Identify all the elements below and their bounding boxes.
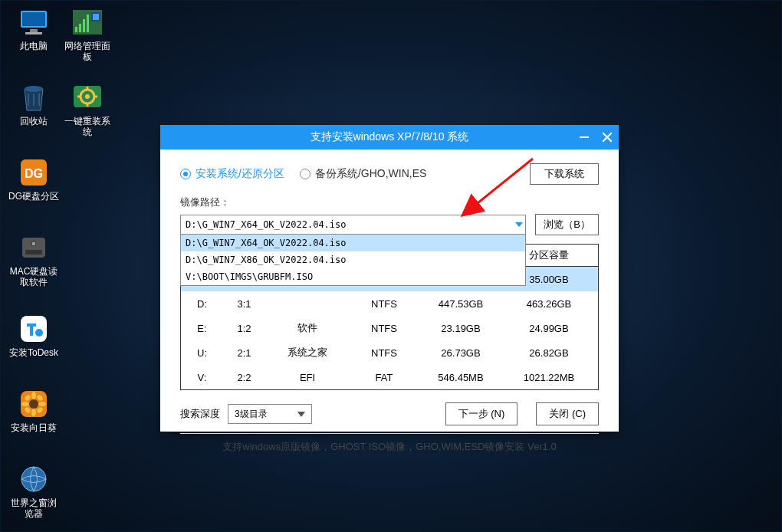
- cell-drive: V:: [181, 372, 223, 383]
- svg-point-22: [31, 241, 36, 246]
- svg-point-14: [85, 94, 90, 99]
- icon-label: 网络管理面板: [61, 41, 114, 63]
- svg-rect-23: [25, 250, 42, 255]
- dropdown-item[interactable]: D:\G_WIN7_X64_OK_V2022.04.iso: [181, 235, 525, 251]
- cell-free: 447.53GB: [419, 298, 503, 310]
- icon-label: 此电脑: [7, 41, 61, 51]
- search-depth-label: 搜索深度: [180, 407, 220, 421]
- image-path-dropdown: D:\G_WIN7_X64_OK_V2022.04.iso D:\G_WIN7_…: [180, 235, 526, 286]
- disk-icon: [17, 232, 51, 263]
- svg-point-25: [35, 329, 43, 337]
- image-path-input[interactable]: [180, 215, 526, 235]
- svg-rect-7: [83, 19, 85, 32]
- dialog-footer: 支持windows原版镜像，GHOST ISO镜像，GHO,WIM,ESD镜像安…: [180, 433, 599, 454]
- desktop-icon-recycle-bin[interactable]: 回收站: [7, 82, 61, 126]
- chevron-down-icon[interactable]: [515, 222, 523, 227]
- cell-num: 2:1: [223, 347, 265, 359]
- cell-fmt: NTFS: [350, 298, 419, 310]
- globe-icon: [17, 464, 51, 494]
- image-path-combo[interactable]: D:\G_WIN7_X64_OK_V2022.04.iso D:\G_WIN7_…: [180, 215, 526, 235]
- svg-rect-10: [93, 14, 99, 20]
- svg-point-11: [25, 86, 43, 92]
- close-dialog-button[interactable]: 关闭 (C): [536, 402, 599, 425]
- cell-total: 26.82GB: [503, 347, 595, 359]
- cell-free: 546.45MB: [419, 372, 503, 383]
- todesk-icon: [17, 314, 51, 344]
- icon-label: 回收站: [7, 116, 61, 126]
- icon-label: 一键重装系统: [61, 116, 114, 138]
- close-icon: [603, 133, 612, 142]
- dropdown-item[interactable]: D:\G_WIN7_X86_OK_V2022.04.iso: [181, 251, 525, 268]
- desktop-icon-browser[interactable]: 世界之窗浏览器: [7, 464, 61, 520]
- table-row[interactable]: U:2:1系统之家NTFS26.73GB26.82GB: [181, 340, 598, 365]
- next-button[interactable]: 下一步 (N): [445, 402, 518, 425]
- close-button[interactable]: [596, 125, 619, 149]
- radio-icon: [180, 169, 191, 179]
- chevron-down-icon: [297, 412, 305, 417]
- cell-total: 1021.22MB: [503, 372, 595, 383]
- svg-text:DG: DG: [25, 167, 43, 180]
- svg-rect-2: [30, 29, 38, 32]
- search-depth-select[interactable]: 3级目录: [228, 404, 312, 424]
- cell-free: 23.19GB: [419, 323, 503, 334]
- cell-total: 463.26GB: [503, 298, 595, 310]
- svg-rect-3: [25, 32, 42, 34]
- browse-button[interactable]: 浏览（B）: [535, 214, 599, 235]
- svg-point-29: [31, 409, 36, 416]
- titlebar[interactable]: 支持安装windows XP/7/8/10 系统: [160, 125, 619, 149]
- svg-rect-24: [21, 316, 47, 342]
- svg-point-28: [31, 392, 36, 399]
- table-row[interactable]: V:2:2EFIFAT546.45MB1021.22MB: [181, 365, 598, 389]
- desktop-icon-reinstall[interactable]: 一键重装系统: [61, 82, 114, 138]
- svg-rect-6: [79, 24, 81, 32]
- cell-num: 2:2: [223, 372, 265, 383]
- download-system-button[interactable]: 下载系统: [530, 163, 599, 185]
- desktop-icon-sunflower[interactable]: 安装向日葵: [7, 389, 61, 433]
- cell-total: 24.99GB: [503, 323, 595, 334]
- install-dialog: 支持安装windows XP/7/8/10 系统 安装系统/还原分区 备份系统/…: [160, 125, 619, 432]
- cell-free: 26.73GB: [419, 347, 503, 359]
- svg-point-30: [21, 402, 29, 406]
- desktop-icon-this-pc[interactable]: 此电脑: [7, 7, 61, 51]
- table-row[interactable]: E:1:2软件NTFS23.19GB24.99GB: [181, 316, 598, 340]
- cell-drive: E:: [181, 323, 223, 334]
- gear-install-icon: [71, 82, 104, 113]
- dialog-title: 支持安装windows XP/7/8/10 系统: [310, 130, 469, 144]
- cell-drive: D:: [181, 298, 223, 310]
- network-icon: [71, 7, 104, 38]
- image-path-label: 镜像路径：: [180, 195, 599, 209]
- cell-fmt: NTFS: [350, 323, 419, 334]
- svg-point-27: [29, 399, 38, 409]
- icon-label: 世界之窗浏览器: [7, 498, 61, 520]
- monitor-icon: [17, 7, 51, 38]
- svg-rect-21: [22, 238, 45, 258]
- icon-label: 安装向日葵: [7, 422, 61, 433]
- radio-label: 备份系统/GHO,WIN,ES: [315, 167, 426, 181]
- desktop-icon-network-panel[interactable]: 网络管理面板: [61, 7, 114, 63]
- icon-label: 安装ToDesk: [7, 347, 61, 358]
- desktop-icon-todesk[interactable]: 安装ToDesk: [7, 314, 61, 358]
- cell-num: 3:1: [223, 298, 265, 310]
- svg-rect-5: [75, 27, 77, 32]
- svg-point-31: [38, 402, 46, 406]
- dropdown-item[interactable]: V:\BOOT\IMGS\GRUBFM.ISO: [181, 268, 525, 285]
- radio-label: 安装系统/还原分区: [196, 167, 284, 181]
- table-row[interactable]: D:3:1NTFS447.53GB463.26GB: [181, 291, 598, 316]
- desktop-icon-mac-disk[interactable]: MAC硬盘读取软件: [7, 232, 61, 288]
- cell-vol: EFI: [265, 372, 350, 383]
- depth-value: 3级目录: [235, 408, 268, 421]
- recycle-bin-icon: [17, 82, 51, 113]
- radio-icon: [300, 169, 310, 179]
- minimize-button[interactable]: [573, 125, 596, 149]
- radio-install-restore[interactable]: 安装系统/还原分区: [180, 167, 284, 181]
- minimize-icon: [580, 136, 589, 138]
- cell-fmt: FAT: [350, 372, 419, 383]
- svg-rect-8: [87, 15, 89, 32]
- desktop-icon-dg-partition[interactable]: DG DG硬盘分区: [7, 157, 61, 202]
- cell-vol: 软件: [265, 321, 350, 335]
- cell-fmt: NTFS: [350, 347, 419, 359]
- cell-num: 1:2: [223, 323, 265, 334]
- icon-label: DG硬盘分区: [7, 191, 61, 202]
- svg-rect-1: [22, 12, 45, 26]
- radio-backup[interactable]: 备份系统/GHO,WIN,ES: [300, 167, 426, 181]
